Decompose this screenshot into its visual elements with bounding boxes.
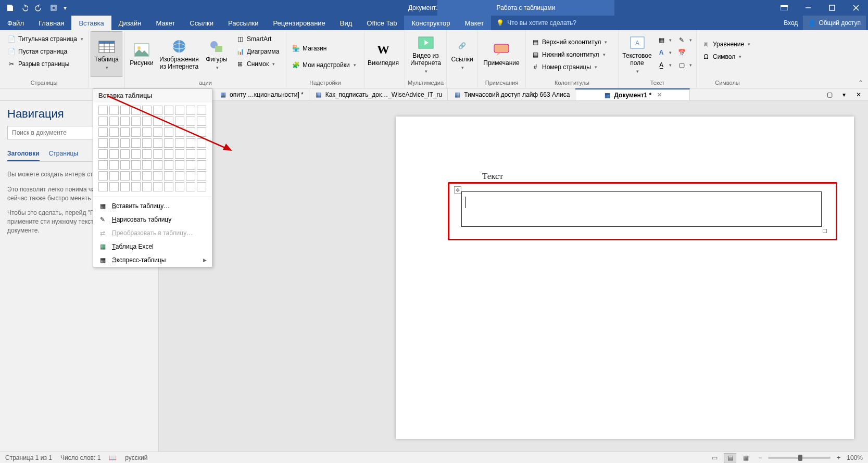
table-resize-handle[interactable] [823,229,827,233]
grid-cell[interactable] [109,149,119,159]
equation-button[interactable]: πУравнение▾ [699,38,753,50]
grid-cell[interactable] [131,160,141,170]
grid-cell[interactable] [131,138,141,148]
qat-customize-icon[interactable]: ▾ [61,1,69,15]
store-button[interactable]: 🏪Магазин [288,43,359,54]
page[interactable]: Текст ✥ [396,117,854,439]
table-move-handle[interactable]: ✥ [454,186,461,194]
grid-cell[interactable] [131,106,141,115]
grid-cell[interactable] [142,138,152,148]
share-button[interactable]: 👤 Общий доступ [803,16,866,30]
doctab-4[interactable]: ▦Документ1 *✕ [575,88,690,100]
grid-cell[interactable] [142,182,152,191]
grid-cell[interactable] [142,127,152,137]
page-break-button[interactable]: ✂Разрыв страницы [4,58,86,70]
online-pictures-button[interactable]: Изображения из Интернета [158,31,200,77]
grid-cell[interactable] [109,127,119,137]
grid-cell[interactable] [164,149,173,159]
dropcap-button[interactable]: A̲▾ [655,59,674,71]
grid-cell[interactable] [186,182,195,191]
tab-list-button[interactable]: ▢ [823,90,836,99]
grid-cell[interactable] [197,127,206,137]
table-size-grid[interactable] [93,102,212,195]
tab-design[interactable]: Дизайн [111,16,149,30]
grid-cell[interactable] [131,182,141,191]
grid-cell[interactable] [186,117,195,126]
undo-icon[interactable] [18,1,31,15]
grid-cell[interactable] [109,171,119,181]
tab-references[interactable]: Ссылки [182,16,221,30]
status-words[interactable]: Число слов: 1 [60,454,100,461]
zoom-level[interactable]: 100% [847,454,863,461]
view-read-icon[interactable]: ▭ [708,453,721,462]
grid-cell[interactable] [153,160,162,170]
chart-button[interactable]: 📊Диаграмма [233,46,282,57]
table-button[interactable]: Таблица ▾ [91,31,122,77]
grid-cell[interactable] [153,127,162,137]
grid-cell[interactable] [164,160,173,170]
grid-cell[interactable] [153,149,162,159]
view-web-icon[interactable]: ▦ [739,453,752,462]
grid-cell[interactable] [153,171,162,181]
tab-home[interactable]: Главная [31,16,71,30]
online-video-button[interactable]: Видео из Интернета▾ [407,31,444,77]
grid-cell[interactable] [98,117,108,126]
tab-constructor[interactable]: Конструктор [404,16,457,30]
wikipedia-button[interactable]: WВикипедия [367,31,400,77]
zoom-in-button[interactable]: + [834,454,844,461]
grid-cell[interactable] [153,106,162,115]
grid-cell[interactable] [98,106,108,115]
close-icon[interactable] [844,0,868,16]
save-icon[interactable] [3,1,17,15]
screenshot-button[interactable]: ⊞Снимок▾ [233,58,282,70]
grid-cell[interactable] [142,117,152,126]
grid-cell[interactable] [120,106,130,115]
grid-cell[interactable] [175,138,184,148]
redo-icon[interactable] [32,1,46,15]
grid-cell[interactable] [142,149,152,159]
grid-cell[interactable] [186,171,195,181]
status-language[interactable]: русский [125,454,147,461]
grid-cell[interactable] [153,117,162,126]
grid-cell[interactable] [142,160,152,170]
view-print-icon[interactable]: ▤ [724,453,736,462]
grid-cell[interactable] [186,149,195,159]
page-number-button[interactable]: #Номер страницы▾ [528,61,610,73]
grid-cell[interactable] [131,171,141,181]
grid-cell[interactable] [98,160,108,170]
grid-cell[interactable] [120,171,130,181]
grid-cell[interactable] [164,182,173,191]
excel-table-item[interactable]: ▦Таблица Excel [93,240,212,253]
grid-cell[interactable] [109,117,119,126]
grid-cell[interactable] [186,160,195,170]
proofing-icon[interactable]: 📖 [109,454,117,461]
grid-cell[interactable] [186,127,195,137]
grid-cell[interactable] [175,160,184,170]
grid-cell[interactable] [98,171,108,181]
grid-cell[interactable] [164,117,173,126]
grid-cell[interactable] [175,182,184,191]
tab-context-layout[interactable]: Макет [458,16,492,30]
links-button[interactable]: 🔗Ссылки▾ [449,31,475,77]
nav-tab-pages[interactable]: Страницы [49,147,78,161]
symbol-button[interactable]: ΩСимвол▾ [699,51,753,62]
tab-file[interactable]: Файл [0,16,31,30]
document-text[interactable]: Текст [482,171,503,182]
close-tab-icon[interactable]: ✕ [657,92,662,98]
grid-cell[interactable] [120,160,130,170]
smartart-button[interactable]: ◫SmartArt [233,33,282,45]
textbox-button[interactable]: AТекстовое поле▾ [621,31,653,77]
grid-cell[interactable] [153,182,162,191]
grid-cell[interactable] [120,127,130,137]
quick-parts-button[interactable]: ▦▾ [655,34,674,46]
grid-cell[interactable] [131,117,141,126]
datetime-button[interactable]: 📅 [675,47,694,58]
doctab-2[interactable]: ▦Как_подписать_док…_WiseAdvice_IT_ru [309,88,448,100]
grid-cell[interactable] [197,117,206,126]
grid-cell[interactable] [120,149,130,159]
object-button[interactable]: ▢▾ [675,59,694,71]
grid-cell[interactable] [164,127,173,137]
footer-button[interactable]: ▤Нижний колонтитул▾ [528,49,610,60]
grid-cell[interactable] [120,182,130,191]
grid-cell[interactable] [142,171,152,181]
